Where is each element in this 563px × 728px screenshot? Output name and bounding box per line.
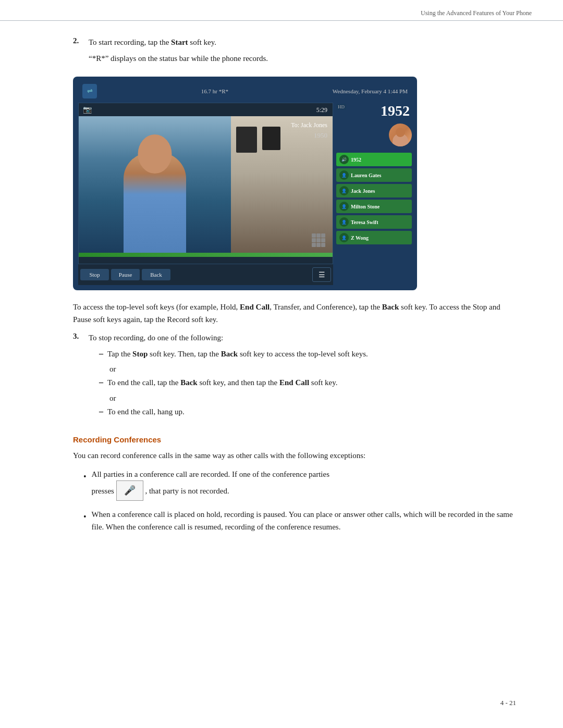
menu-softkey[interactable]: ☰ (312, 267, 331, 282)
mute-button-inline[interactable]: 🎤 (116, 480, 143, 501)
bullet-item-1: • All parties in a conference call are r… (83, 468, 516, 501)
contact-icon-lauren: 👤 (339, 170, 349, 180)
contact-name-1952: 1952 (351, 157, 361, 163)
video-content: To: Jack Jones 1950 (79, 116, 333, 257)
page-header: Using the Advanced Features of Your Phon… (0, 0, 563, 21)
access-text-2: , Transfer, and Conference), tap the (270, 303, 382, 311)
status-left-icons: ⇌ (82, 84, 97, 98)
step-3-text: To stop recording, do one of the followi… (89, 332, 516, 344)
contact-name-milton: Milton Stone (351, 204, 380, 209)
contact-item-milton[interactable]: 👤 Milton Stone (336, 200, 412, 213)
or-text-2: or (109, 394, 516, 403)
recording-conferences-section: Recording Conferences You can record con… (73, 435, 516, 533)
bullet-item-2: • When a conference call is placed on ho… (83, 508, 516, 533)
sub-step-3-text: To end the call, hang up. (107, 406, 516, 418)
person-video (79, 116, 231, 257)
step-2-content: To start recording, tap the Start soft k… (89, 36, 516, 68)
video-area: 📷 5:29 To: Jack Jones 1950 (78, 103, 333, 285)
contact-item-lauren[interactable]: 👤 Lauren Gates (336, 168, 412, 182)
status-time-left: 16.7 hr *R* (201, 88, 228, 94)
step-2-text-after: soft key. (188, 38, 216, 46)
sub-step-1: – Tap the Stop soft key. Then, tap the B… (99, 348, 516, 360)
call-info-overlay: To: Jack Jones 1950 (291, 121, 327, 140)
step-2-number: 2. (73, 36, 89, 45)
bullet-1-presses: presses (92, 487, 116, 495)
dash-1: – (99, 348, 103, 360)
call-number: 1950 (291, 131, 327, 140)
access-bold-end-call: End Call (240, 303, 270, 311)
sub-step-1-bold-stop: Stop (132, 350, 148, 358)
pause-softkey[interactable]: Pause (111, 269, 140, 280)
soft-keys-row[interactable]: Stop Pause Back ☰ (78, 264, 333, 285)
contact-name-lauren: Lauren Gates (351, 172, 381, 178)
office-background: To: Jack Jones 1950 (231, 116, 333, 257)
sub-step-3: – To end the call, hang up. (99, 406, 516, 418)
avatar (389, 124, 412, 146)
contact-icon-teresa: 👤 (339, 217, 349, 227)
sub-step-2-text: To end the call, tap the Back soft key, … (107, 377, 516, 389)
sub-step-2-text-before: To end the call, tap the (107, 378, 180, 387)
step-2-status: “*R*” displays on the status bar while t… (89, 53, 516, 65)
bullet-content-2: When a conference call is placed on hold… (92, 508, 516, 533)
phone-body: 📷 5:29 To: Jack Jones 1950 (78, 103, 412, 285)
sub-step-1-text-mid: soft key. Then, tap the (148, 350, 221, 358)
dash-2: – (99, 377, 103, 388)
bullet-list: • All parties in a conference call are r… (83, 468, 516, 533)
dash-3: – (99, 406, 103, 417)
hd-badge: HD (336, 104, 346, 110)
contact-name-zwong: Z Wong (351, 235, 369, 241)
phone-status-bar: ⇌ 16.7 hr *R* Wednesday, February 4 1:44… (78, 82, 412, 101)
main-number: 1952 (381, 103, 412, 121)
sub-step-2-bold-end-call: End Call (279, 378, 309, 387)
contact-name-jack: Jack Jones (351, 188, 375, 194)
contact-item-1952[interactable]: 🔊 1952 (336, 153, 412, 166)
section-intro: You can record conference calls in the s… (73, 449, 516, 462)
step-2-text: To start recording, tap the Start soft k… (89, 36, 516, 48)
page-number: 4 - 21 (500, 699, 516, 707)
contact-name-teresa: Teresa Swift (351, 219, 378, 225)
back-softkey[interactable]: Back (142, 269, 170, 280)
stop-softkey[interactable]: Stop (80, 269, 109, 280)
sub-step-2-text-mid: soft key, and then tap the (198, 378, 279, 387)
sub-step-1-bold-back: Back (221, 350, 238, 358)
status-date-time: Wednesday, February 4 1:44 PM (333, 88, 408, 94)
sub-step-2: – To end the call, tap the Back soft key… (99, 377, 516, 389)
status-center: 16.7 hr *R* (201, 88, 228, 94)
call-timer: 5:29 (316, 106, 327, 114)
contact-item-teresa[interactable]: 👤 Teresa Swift (336, 215, 412, 229)
step-3-number: 3. (73, 332, 89, 341)
contact-icon-zwong: 👤 (339, 233, 349, 242)
contact-item-zwong[interactable]: 👤 Z Wong (336, 231, 412, 244)
section-heading: Recording Conferences (73, 435, 516, 444)
main-content: 2. To start recording, tap the Start sof… (0, 36, 563, 572)
contacts-panel: HD 1952 🔊 1952 👤 Lauren Gates (336, 103, 412, 285)
step-3-block: 3. To stop recording, do one of the foll… (73, 332, 516, 423)
sub-step-1-text-end: soft key to access the top-level soft ke… (238, 350, 368, 358)
menu-icon: ☰ (319, 270, 325, 279)
sub-step-1-text: Tap the Stop soft key. Then, tap the Bac… (107, 348, 516, 360)
step-3-content: To stop recording, do one of the followi… (89, 332, 516, 423)
sub-step-2-bold-back: Back (180, 378, 198, 387)
bullet-dot-2: • (83, 510, 87, 524)
sub-step-2-text-end: soft key. (309, 378, 337, 387)
access-text-paragraph: To access the top-level soft keys (for e… (73, 301, 516, 326)
header-title: Using the Advanced Features of Your Phon… (421, 9, 532, 17)
bullet-1-text-before: All parties in a conference call are rec… (92, 470, 329, 478)
avatar-area (336, 124, 412, 149)
contact-item-jack[interactable]: 👤 Jack Jones (336, 184, 412, 198)
sub-step-1-text-before: Tap the (107, 350, 132, 358)
usb-icon: ⇌ (82, 84, 97, 98)
video-frame: 📷 5:29 To: Jack Jones 1950 (78, 103, 333, 264)
or-text-1: or (109, 365, 516, 374)
step-2-text-before: To start recording, tap the (89, 38, 171, 46)
bullet-2-text: When a conference call is placed on hold… (92, 510, 513, 531)
step-2-bold: Start (171, 38, 188, 46)
page-footer: 4 - 21 (500, 699, 516, 707)
call-to-label: To: Jack Jones (291, 121, 327, 129)
mute-icon: 🎤 (124, 483, 136, 498)
bullet-dot-1: • (83, 470, 87, 484)
access-text-1: To access the top-level soft keys (for e… (73, 303, 240, 311)
access-bold-back: Back (382, 303, 399, 311)
video-toolbar: 📷 5:29 (79, 103, 333, 116)
step-2-block: 2. To start recording, tap the Start sof… (73, 36, 516, 68)
